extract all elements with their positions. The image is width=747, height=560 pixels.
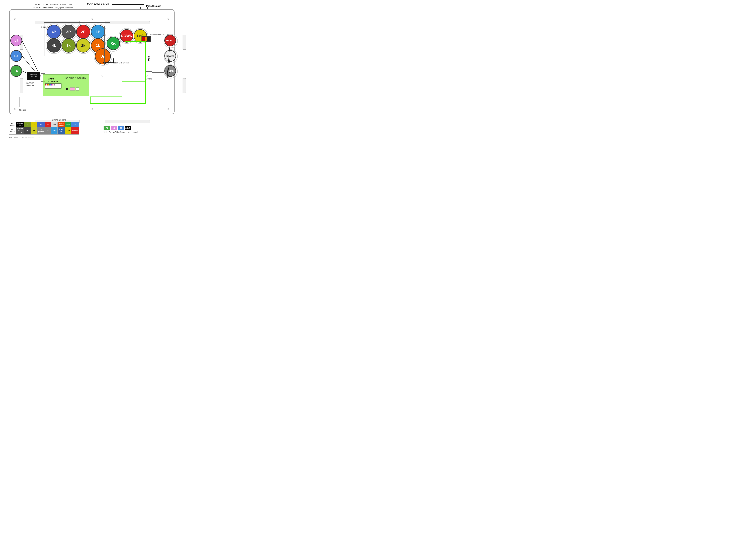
legend-notes: Color wired goes to designated button.20…: [9, 136, 109, 140]
wire-ground-right: [167, 72, 168, 78]
utility-row: TKL3R3GRND: [104, 126, 137, 130]
button-select[interactable]: SELECT: [164, 35, 176, 47]
button-3p[interactable]: 3P: [61, 25, 76, 39]
ground-label-bottom: Ground: [19, 109, 26, 111]
ufb-board: UNIVERSAL UFB-UPS: [27, 72, 40, 80]
utility-legend-section: TKL3R3GRND Utility Button Wire/Connector…: [100, 123, 137, 133]
pink-connector: [70, 87, 75, 90]
corner-dot-tc: [92, 18, 93, 20]
corner-dot-bl: [14, 108, 16, 110]
usb-wire-v: [144, 16, 144, 46]
side-handle-right-top: [183, 35, 186, 50]
ground-label-right: Ground: [145, 78, 152, 80]
button-up[interactable]: Up: [95, 48, 111, 64]
button-down[interactable]: DOWN: [120, 29, 133, 43]
button-4k[interactable]: 4k: [47, 38, 61, 53]
console-cable-label: Console cable: [87, 2, 109, 6]
button-start[interactable]: START: [164, 50, 176, 62]
corner-dot-tl: [14, 18, 16, 20]
cable-connector-strips: [141, 36, 151, 42]
bitbang-label: BIT BANG PLAYER LED: [66, 77, 86, 79]
stickless-cable-to-20pin-label: Stickless cable to 20pin: [150, 34, 170, 36]
button-l3[interactable]: L3: [10, 35, 22, 47]
ls-rs-dp-label: LS/RS/DP connector: [26, 82, 34, 86]
pin20-label: 20 Pin Connector: [48, 78, 58, 83]
stickless-cable-ground-label: Stickless Cable Ground: [109, 62, 129, 64]
button-r3[interactable]: R3: [10, 50, 22, 62]
corner-dot-tr: [168, 18, 169, 20]
button-2p[interactable]: 2P: [76, 25, 91, 39]
legend-title: 20 Pin Legend: [9, 118, 109, 121]
white-connector-small: [76, 87, 79, 90]
side-handle-left-bottom: [20, 78, 23, 93]
dot-right-mid: [146, 75, 148, 77]
top-rail-right: [105, 21, 150, 24]
pass-through-label: Pass through: [146, 5, 161, 7]
legend-table: NOT USEDGround Utility3k1K4P2PStartShare…: [9, 122, 79, 135]
dot-mid2: [102, 75, 103, 77]
pin-connector-box: [45, 83, 61, 88]
corner-dot-br: [168, 108, 169, 110]
button-1p[interactable]: 1P: [91, 25, 105, 39]
wire-h-right: [152, 72, 168, 72]
button-4p[interactable]: 4P: [47, 25, 61, 39]
utility-legend-title: Utility Button Wire/Connectors Legend: [104, 131, 137, 133]
black-dot: [66, 88, 68, 90]
top-rail-left: [35, 21, 80, 24]
button-3k[interactable]: 3k: [61, 38, 76, 53]
button-tk[interactable]: TK: [10, 65, 22, 77]
console-cable-line: [111, 4, 144, 5]
top-note: Ground Wire must connect to each button …: [33, 3, 74, 9]
button-home[interactable]: HOME: [164, 65, 176, 77]
usb-box: USB: [145, 45, 152, 72]
corner-dot-bc: [92, 108, 93, 110]
main-container: @eternalrival Ground Wire must connect t…: [0, 0, 186, 140]
side-handle-right-bottom: [183, 78, 186, 93]
button-2k[interactable]: 2k: [76, 38, 91, 53]
legend-section: 20 Pin Legend NOT USEDGround Utility3k1K…: [9, 118, 109, 140]
button-right[interactable]: Ric: [107, 37, 120, 50]
